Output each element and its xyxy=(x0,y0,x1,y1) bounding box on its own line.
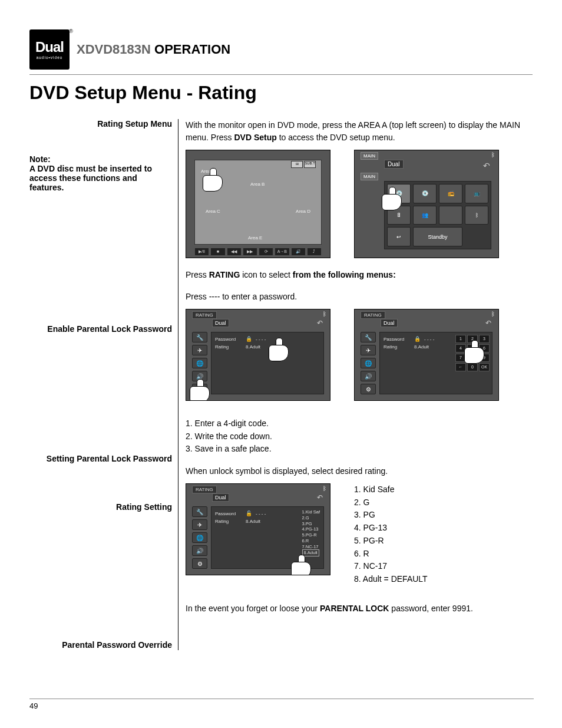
password-dashes: - - - - xyxy=(256,337,266,342)
rating-7: 7. NC-17 xyxy=(354,560,428,573)
rating-value: 8.Adult xyxy=(414,344,429,350)
opt-1: 1.Kid Saf xyxy=(302,509,320,515)
hand-pointer-icon xyxy=(190,379,210,401)
rating-tab: RATING xyxy=(192,486,217,493)
press-rating-2: icon to select xyxy=(240,270,293,279)
back-arrow-icon: ↶ xyxy=(317,319,323,327)
rating-tab: RATING xyxy=(361,311,385,319)
rating-options-list: 1.Kid Saf 2.G 3.PG 4.PG-13 5.PG-R 6.R 7.… xyxy=(302,509,320,556)
menu-cell-4: 📺 xyxy=(465,184,488,203)
password-dashes: - - - - xyxy=(424,337,434,342)
model-number: XDVD8183N xyxy=(77,42,151,57)
setting-steps-list: 1. Enter a 4-digit code. 2. Write the co… xyxy=(186,417,533,456)
side-icon-4: 🔊 xyxy=(192,545,207,556)
content-grid: Rating Setup Menu Note: A DVD disc must … xyxy=(29,119,533,650)
rating-setup-intro: With the monitor open in DVD mode, press… xyxy=(186,119,533,144)
press-rating-1: Press xyxy=(186,270,209,279)
opt-2: 2.G xyxy=(302,515,320,521)
rating-row: Rating 8.Adult xyxy=(215,344,320,350)
side-icon-2: ✈ xyxy=(192,345,207,355)
key-ok: OK xyxy=(479,363,490,371)
standby-button: Standby xyxy=(413,227,462,246)
override-text: In the event you forget or loose your PA… xyxy=(186,602,533,615)
ss-top-right-buttons: ⊞ SUB.T xyxy=(291,161,316,168)
opt-6: 6.R xyxy=(302,538,320,544)
menu-cell-6: 👥 xyxy=(413,206,437,225)
press-rating-line: Press RATING icon to select from the fol… xyxy=(186,269,533,281)
subt-button: SUB.T xyxy=(304,161,316,168)
opt-5: 5.PG-R xyxy=(302,532,320,538)
dual-logo-small: Dual xyxy=(384,160,404,169)
menu-cell-3: 📻 xyxy=(439,184,462,203)
menu-cell-9: ↩ xyxy=(387,227,411,246)
main-tab-1: MAIN xyxy=(361,152,378,160)
screenshot-main-menu: ᛒ MAIN Dual MAIN 💿 💽 📻 📺 🎚 👥 ᛒ ↩ Standby xyxy=(354,150,499,258)
ratings-legend: 1. Kid Safe 2. G 3. PG 4. PG-13 5. PG-R … xyxy=(354,483,428,586)
rating-tab: RATING xyxy=(192,311,217,319)
registered-mark: ® xyxy=(69,28,73,34)
step-2: 2. Write the code down. xyxy=(186,430,533,443)
side-icon-3: 🌐 xyxy=(192,532,207,543)
side-icon-1: 🔧 xyxy=(361,332,376,342)
page-number: 49 xyxy=(29,699,534,710)
bluetooth-icon: ᛒ xyxy=(323,311,326,317)
rating-1: 1. Kid Safe xyxy=(354,483,428,496)
hand-pointer-icon xyxy=(464,340,484,364)
side-icon-1: 🔧 xyxy=(192,332,207,342)
page-title: DVD Setup Menu - Rating xyxy=(29,82,533,104)
rating-label: Rating xyxy=(215,344,242,350)
override-1: In the event you forget or loose your xyxy=(186,604,320,613)
rating-3: 3. PG xyxy=(354,509,428,522)
rating-side-icons: 🔧 ✈ 🌐 🔊 ⚙ xyxy=(192,506,207,569)
hand-pointer-icon xyxy=(382,187,402,210)
area-b-label: Area B xyxy=(250,182,265,187)
screenshot-rating-keypad: ᛒ RATING Dual ↶ 🔧 ✈ 🌐 🔊 ⚙ Password 🔒 - -… xyxy=(354,309,499,401)
forward-icon: ▶▶ xyxy=(243,248,257,256)
rating-2: 2. G xyxy=(354,496,428,509)
password-row: Password 🔒 - - - - xyxy=(215,336,320,342)
label-setting-parental: Setting Parental Lock Password xyxy=(29,454,172,463)
rating-8: 8. Adult = DEFAULT xyxy=(354,573,428,586)
enable-parental-text: Press ---- to enter a password. xyxy=(186,291,533,303)
screenshot-row-1: Area A Area B Area C Area D Area E ⊞ SUB… xyxy=(186,150,533,258)
override-2: password, enter 9991. xyxy=(389,604,472,613)
area-c-label: Area C xyxy=(206,209,220,214)
rating-label: Rating xyxy=(384,344,411,350)
dual-logo-small: Dual xyxy=(381,319,398,327)
step-3: 3. Save in a safe place. xyxy=(186,443,533,456)
side-icon-3: 🌐 xyxy=(361,358,376,368)
right-column: With the monitor open in DVD mode, press… xyxy=(178,119,533,650)
side-icon-4: 🔊 xyxy=(361,371,376,381)
menu-cell-2: 💽 xyxy=(413,184,437,203)
screenshot-rating-password: ᛒ RATING Dual ↶ 🔧 ✈ 🌐 🔊 ⚙ Password 🔒 - -… xyxy=(186,309,330,401)
note-title: Note: xyxy=(29,154,172,164)
hand-pointer-icon xyxy=(203,168,223,192)
rating-body: Password 🔒 - - - - Rating 8.Adult xyxy=(211,332,324,394)
opt-4: 4.PG-13 xyxy=(302,526,320,532)
header-divider xyxy=(29,74,533,75)
screenshot-rating-list: ᛒ RATING Dual ↶ 🔧 ✈ 🌐 🔊 ⚙ Password 🔓 - -… xyxy=(186,483,330,575)
rating-value: 8.Adult xyxy=(246,344,260,350)
label-rating-setup-menu: Rating Setup Menu xyxy=(29,119,172,129)
back-arrow-icon: ↶ xyxy=(485,319,491,327)
grid-icon: ⊞ xyxy=(291,161,303,168)
override-bold: PARENTAL LOCK xyxy=(320,604,389,613)
side-icon-2: ✈ xyxy=(192,519,207,530)
area-d-label: Area D xyxy=(296,209,310,214)
note-body: A DVD disc must be inserted to access th… xyxy=(29,164,172,192)
opt-3: 3.PG xyxy=(302,521,320,527)
rating-setting-text: When unlock symbol is displayed, select … xyxy=(186,465,533,477)
intro-part2: to access the DVD setup menu. xyxy=(277,133,395,142)
bluetooth-icon: ᛒ xyxy=(323,485,326,492)
area-e-label: Area E xyxy=(248,235,262,241)
bluetooth-icon: ᛒ xyxy=(491,311,495,317)
side-icon-5: ⚙ xyxy=(361,384,376,394)
password-label: Password xyxy=(215,337,242,342)
hand-pointer-icon xyxy=(269,338,289,361)
intro-bold: DVD Setup xyxy=(234,133,276,142)
label-rating-setting: Rating Setting xyxy=(29,502,172,512)
rating-6: 6. R xyxy=(354,548,428,561)
opt-7: 7.NC-17 xyxy=(302,544,320,550)
header-title: XDVD8183N OPERATION xyxy=(77,42,230,57)
side-icon-5: ⚙ xyxy=(192,558,207,569)
